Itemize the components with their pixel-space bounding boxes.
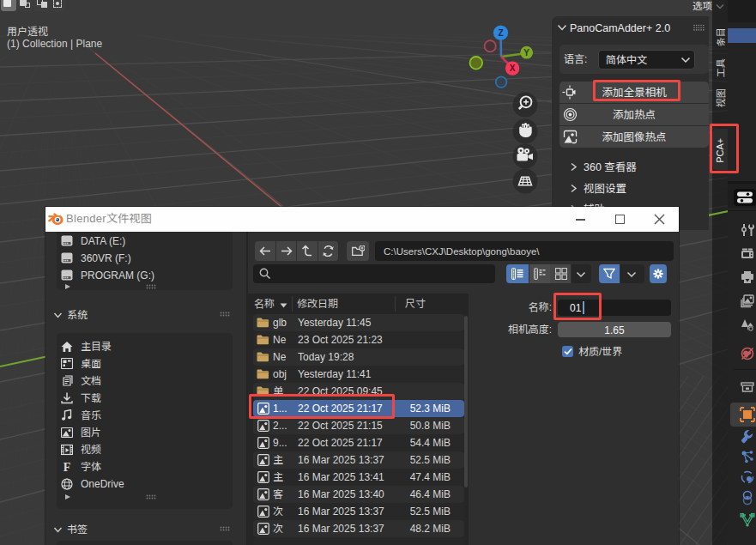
svg-text:Y: Y [523, 48, 529, 58]
svg-text:F: F [64, 461, 71, 473]
svg-text:X: X [510, 64, 516, 73]
svg-text:Z: Z [498, 28, 503, 38]
